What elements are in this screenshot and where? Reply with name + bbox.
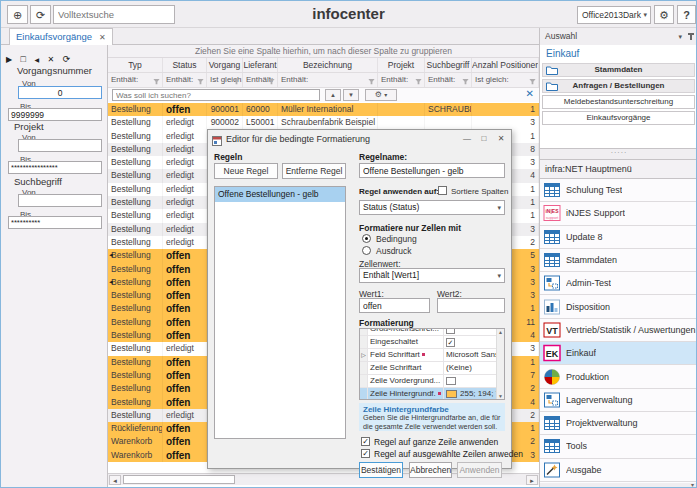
- property-row-feld-schriftart[interactable]: ▷Feld SchriftartMicrosoft Sans Serif;: [360, 349, 498, 362]
- clear-icon[interactable]: ✕: [48, 55, 55, 64]
- sidebar-item-tools[interactable]: Tools: [540, 435, 697, 458]
- condition-select[interactable]: Enthält [Wert1] ▾: [359, 268, 505, 283]
- sidebar-item-lagerverwaltung[interactable]: Lagerverwaltung: [540, 389, 697, 412]
- back-icon[interactable]: ◀: [35, 56, 40, 63]
- table-row[interactable]: Bestellungoffen90000160000Müller Interna…: [108, 103, 539, 116]
- sidebar-item-admin-test[interactable]: Admin-Test: [540, 272, 697, 295]
- property-row-zeile-vordergrund-[interactable]: Zeile Vordergrund...: [360, 375, 498, 388]
- projekt-bis-input[interactable]: [8, 161, 102, 174]
- confirm-button[interactable]: Bestätigen: [359, 462, 403, 478]
- sidebar-item-stammdaten[interactable]: Stammdaten: [540, 249, 697, 272]
- color-swatch[interactable]: [446, 390, 457, 398]
- settings-button[interactable]: ⚙: [654, 5, 674, 24]
- column-filter-status[interactable]: Enthält:: [163, 73, 207, 87]
- scrollbar-thumb[interactable]: [123, 475, 235, 484]
- column-filter-suchbegriff[interactable]: Enthält:: [425, 73, 472, 87]
- column-header-typ[interactable]: Typ: [108, 58, 163, 72]
- filter-funnel-icon[interactable]: [197, 76, 204, 87]
- sidebar-item-vertrieb-statistik-auswertungen[interactable]: VTVertrieb/Statistik / Auswertungen: [540, 319, 697, 342]
- column-header-lieferant[interactable]: Lieferant: [243, 58, 278, 72]
- minimize-icon[interactable]: —: [459, 132, 475, 146]
- property-row-zeile-schriftart[interactable]: Zeile Schriftart(Keine): [360, 362, 498, 375]
- expander-icon[interactable]: ▷: [360, 349, 368, 361]
- unchecked-checkbox[interactable]: [446, 328, 455, 334]
- property-row-eingeschaltet[interactable]: Eingeschaltet✓: [360, 336, 498, 349]
- column-filter-typ[interactable]: Enthält:: [108, 73, 163, 87]
- sidebar-item-einkauf[interactable]: EKEinkauf: [540, 342, 697, 365]
- wert2-input[interactable]: [437, 298, 505, 313]
- selected-rows-checkbox[interactable]: ✓: [361, 449, 370, 458]
- theme-select[interactable]: Office2013Dark ▾: [577, 6, 651, 24]
- checked-checkbox[interactable]: ✓: [446, 338, 455, 347]
- column-filter-projekt[interactable]: Enthält:: [378, 73, 425, 87]
- property-value[interactable]: 255; 194; 78: [444, 388, 498, 400]
- color-box[interactable]: [446, 377, 456, 385]
- bedingung-radio[interactable]: [362, 234, 371, 243]
- splitter-handle[interactable]: ·····: [540, 149, 697, 159]
- connect-button[interactable]: ⊕: [7, 5, 28, 24]
- close-icon[interactable]: ✕: [493, 132, 509, 146]
- remove-rule-button[interactable]: Entferne Regel: [282, 163, 346, 179]
- help-button[interactable]: ?: [677, 5, 696, 24]
- cancel-button[interactable]: Abbrechen: [409, 462, 452, 478]
- rulename-input[interactable]: [359, 163, 505, 178]
- clear-search-icon[interactable]: ✕: [526, 88, 534, 99]
- sidebar-item-stammdaten-folder[interactable]: Stammdaten: [542, 63, 695, 77]
- search-options-button[interactable]: ⚙ ▾: [365, 89, 397, 101]
- sidebar-item-schulung-test[interactable]: Schulung Test: [540, 179, 697, 202]
- sidebar-item-update-8[interactable]: Update 8: [540, 226, 697, 249]
- filter-funnel-icon[interactable]: [233, 76, 240, 87]
- property-row-gro-kleinschrei-[interactable]: Groß-/Kleinschrei...: [360, 328, 498, 336]
- sidebar-item-anfragen-bestellungen[interactable]: Anfragen / Bestellungen: [542, 79, 695, 93]
- expand-icon[interactable]: ▶: [6, 55, 12, 64]
- property-value[interactable]: [444, 328, 498, 335]
- filter-funnel-icon[interactable]: [462, 76, 469, 87]
- search-next-button[interactable]: ▼: [343, 89, 359, 101]
- property-value[interactable]: ✓: [444, 336, 498, 348]
- reload-icon[interactable]: ⟳: [63, 54, 71, 64]
- suchbegriff-von-input[interactable]: [18, 194, 102, 207]
- column-header-bezeichnung[interactable]: Bezeichnung: [278, 58, 378, 72]
- scroll-right-icon[interactable]: ►: [526, 475, 538, 485]
- column-header-projekt[interactable]: Projekt: [378, 58, 425, 72]
- property-row-zeile-hintergrundf-[interactable]: Zeile Hintergrundf.255; 194; 78: [360, 388, 498, 400]
- filter-funnel-icon[interactable]: [415, 76, 422, 87]
- search-prev-button[interactable]: ▲: [325, 89, 341, 101]
- tab-einkaufsvorgaenge[interactable]: Einkaufsvorgänge✕: [9, 28, 113, 45]
- scroll-left-icon[interactable]: ◄: [109, 475, 121, 485]
- column-filter-vorgang[interactable]: Ist gleich:: [207, 73, 243, 87]
- sort-columns-checkbox[interactable]: [438, 186, 447, 195]
- filter-funnel-icon[interactable]: [368, 76, 375, 87]
- sidebar-item-meldebestandsunterschreitung[interactable]: Meldebestandsunterschreitung: [542, 95, 695, 109]
- fulltext-search-input[interactable]: [53, 5, 175, 24]
- apply-button[interactable]: Anwenden: [457, 462, 502, 478]
- sidebar-item-ausgabe[interactable]: Ausgabe: [540, 459, 697, 482]
- scroll-down-icon[interactable]: ▼: [497, 393, 504, 399]
- sidebar-item-injes-support[interactable]: iN|ESsupportiNJES Support: [540, 202, 697, 225]
- column-header-suchbegriff[interactable]: Suchbegriff: [425, 58, 472, 72]
- column-filter-bezeichnung[interactable]: Enthält:: [278, 73, 378, 87]
- group-by-panel[interactable]: Ziehen Sie eine Spalte hierhin, um nach …: [108, 45, 539, 58]
- rule-list-item[interactable]: Offene Bestellungen - gelb: [215, 187, 345, 202]
- filter-funnel-icon[interactable]: [268, 76, 275, 87]
- scroll-down-icon[interactable]: ▾: [691, 481, 694, 488]
- tab-close-icon[interactable]: ✕: [99, 33, 106, 42]
- column-filter-lieferant[interactable]: Enthält:: [243, 73, 278, 87]
- ausdruck-radio[interactable]: [362, 246, 371, 255]
- filter-funnel-icon[interactable]: [153, 76, 160, 87]
- vorgangsnummer-bis-input[interactable]: [8, 108, 102, 121]
- wert1-input[interactable]: [359, 298, 430, 313]
- apply-column-select[interactable]: Status (Status) ▾: [359, 200, 505, 215]
- new-rule-button[interactable]: Neue Regel: [214, 163, 278, 179]
- column-header-status[interactable]: Status: [163, 58, 207, 72]
- sidebar-item-produktion[interactable]: Produktion: [540, 365, 697, 388]
- window-icon[interactable]: □: [21, 54, 26, 64]
- filter-funnel-icon[interactable]: [529, 76, 536, 87]
- refresh-button[interactable]: ⟳: [30, 5, 51, 24]
- dialog-titlebar[interactable]: Editor für die bedingte Formatierung — □…: [208, 130, 511, 148]
- table-row[interactable]: Bestellungerledigt900002L50001Schraubenf…: [108, 116, 539, 129]
- column-header-anzahl[interactable]: Anzahl Positionen: [472, 58, 539, 72]
- sidebar-item-einkaufsvorgaenge[interactable]: Einkaufsvorgänge: [542, 111, 695, 125]
- property-grid-scrollbar[interactable]: ▲ ▼: [496, 329, 504, 399]
- property-value[interactable]: (Keine): [444, 362, 498, 374]
